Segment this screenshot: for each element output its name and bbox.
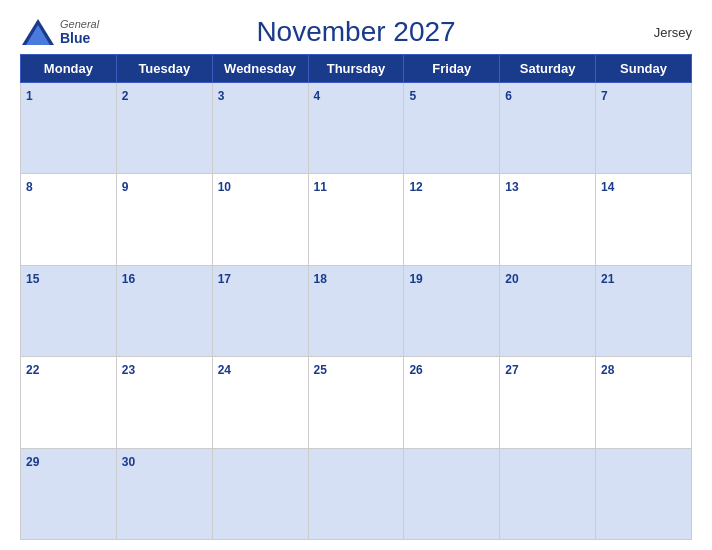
day-number: 29 [26,455,39,469]
table-row: 28 [596,357,692,448]
day-number: 17 [218,272,231,286]
day-number: 22 [26,363,39,377]
day-number: 2 [122,89,129,103]
day-number: 13 [505,180,518,194]
table-row: 9 [116,174,212,265]
table-row: 24 [212,357,308,448]
calendar-table: Monday Tuesday Wednesday Thursday Friday… [20,54,692,540]
table-row: 14 [596,174,692,265]
table-row [212,448,308,539]
day-number: 4 [314,89,321,103]
logo-general-text: General [60,18,99,30]
calendar-week-row: 22232425262728 [21,357,692,448]
table-row: 3 [212,83,308,174]
day-number: 26 [409,363,422,377]
day-number: 9 [122,180,129,194]
table-row: 17 [212,265,308,356]
calendar-header: General Blue November 2027 Jersey [20,10,692,48]
table-row: 26 [404,357,500,448]
table-row: 7 [596,83,692,174]
day-number: 12 [409,180,422,194]
calendar-week-row: 1234567 [21,83,692,174]
table-row: 16 [116,265,212,356]
logo: General Blue [20,17,99,47]
calendar-header-row: Monday Tuesday Wednesday Thursday Friday… [21,55,692,83]
table-row: 2 [116,83,212,174]
calendar-title: November 2027 [256,16,455,48]
logo-icon [20,17,56,47]
day-number: 20 [505,272,518,286]
table-row: 21 [596,265,692,356]
table-row: 4 [308,83,404,174]
day-number: 5 [409,89,416,103]
table-row: 20 [500,265,596,356]
day-number: 30 [122,455,135,469]
table-row: 29 [21,448,117,539]
day-number: 21 [601,272,614,286]
table-row: 23 [116,357,212,448]
col-monday: Monday [21,55,117,83]
table-row: 1 [21,83,117,174]
calendar-week-row: 2930 [21,448,692,539]
day-number: 27 [505,363,518,377]
table-row [596,448,692,539]
day-number: 28 [601,363,614,377]
logo-blue-text: Blue [60,30,99,46]
day-number: 3 [218,89,225,103]
day-number: 8 [26,180,33,194]
day-number: 6 [505,89,512,103]
day-number: 1 [26,89,33,103]
day-number: 11 [314,180,327,194]
table-row: 11 [308,174,404,265]
day-number: 23 [122,363,135,377]
col-sunday: Sunday [596,55,692,83]
col-tuesday: Tuesday [116,55,212,83]
table-row: 15 [21,265,117,356]
table-row: 13 [500,174,596,265]
col-thursday: Thursday [308,55,404,83]
table-row: 12 [404,174,500,265]
table-row [308,448,404,539]
day-number: 10 [218,180,231,194]
table-row: 5 [404,83,500,174]
table-row: 18 [308,265,404,356]
table-row: 6 [500,83,596,174]
table-row: 25 [308,357,404,448]
calendar-week-row: 15161718192021 [21,265,692,356]
day-number: 15 [26,272,39,286]
table-row: 19 [404,265,500,356]
calendar-week-row: 891011121314 [21,174,692,265]
col-wednesday: Wednesday [212,55,308,83]
col-friday: Friday [404,55,500,83]
table-row: 22 [21,357,117,448]
day-number: 24 [218,363,231,377]
region-label: Jersey [654,25,692,40]
calendar-body: 1234567891011121314151617181920212223242… [21,83,692,540]
col-saturday: Saturday [500,55,596,83]
table-row [500,448,596,539]
day-number: 14 [601,180,614,194]
day-number: 19 [409,272,422,286]
day-number: 16 [122,272,135,286]
table-row: 27 [500,357,596,448]
day-number: 7 [601,89,608,103]
table-row [404,448,500,539]
table-row: 30 [116,448,212,539]
day-number: 18 [314,272,327,286]
table-row: 8 [21,174,117,265]
table-row: 10 [212,174,308,265]
day-number: 25 [314,363,327,377]
